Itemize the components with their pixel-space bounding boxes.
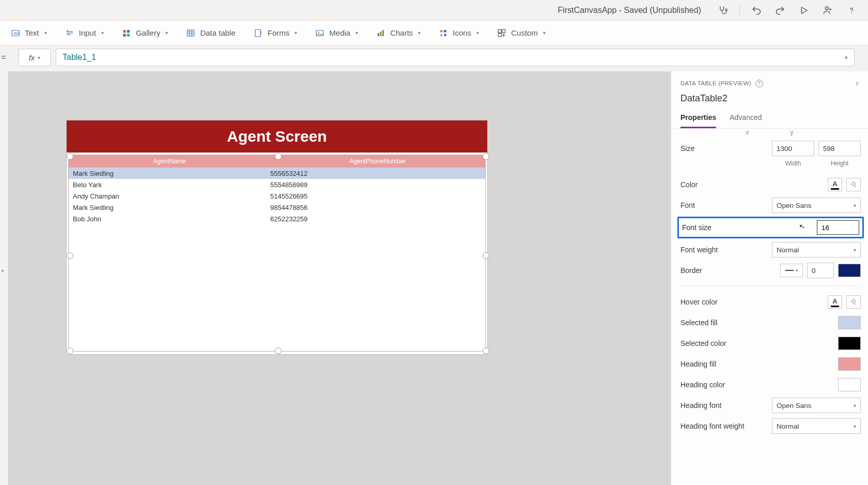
ribbon-forms[interactable]: Forms▾ (253, 28, 298, 38)
cell-name: Mark Siedling (69, 202, 270, 213)
svg-rect-22 (378, 33, 379, 36)
resize-handle[interactable] (67, 153, 73, 160)
resize-handle[interactable] (483, 252, 489, 259)
ribbon-gallery[interactable]: Gallery▾ (121, 28, 168, 38)
svg-rect-10 (123, 30, 126, 33)
chevron-down-icon: ▾ (854, 203, 856, 208)
insert-ribbon: Abc Text▾ Input▾ Gallery▾ Data table For… (0, 21, 868, 46)
prop-heading-fill: Heading fill (680, 354, 861, 374)
ribbon-charts[interactable]: Charts▾ (376, 28, 421, 38)
table-row[interactable]: Beto Yark 5554856989 (69, 179, 485, 190)
chevron-down-icon: ▾ (418, 30, 421, 36)
stethoscope-icon[interactable] (716, 3, 730, 18)
border-label: Border (680, 266, 780, 275)
ribbon-icons-label: Icons (453, 28, 471, 37)
heading-font-select[interactable]: Open Sans▾ (772, 398, 861, 413)
properties-body: xy Size Width Height Color A (671, 129, 868, 485)
resize-handle[interactable] (67, 252, 73, 259)
media-icon (315, 28, 325, 38)
table-row[interactable]: Mark Siedling 5556532412 (69, 168, 485, 179)
fontweight-select[interactable]: Normal▾ (772, 242, 861, 257)
undo-icon[interactable] (749, 3, 764, 18)
prop-heading-color: Heading color (680, 374, 861, 395)
ribbon-gallery-label: Gallery (136, 28, 161, 37)
fill-color-button[interactable] (846, 178, 861, 191)
border-width-input[interactable] (807, 263, 834, 278)
heading-color-swatch[interactable] (838, 378, 861, 391)
font-select[interactable]: Open Sans▾ (772, 198, 861, 213)
fontsize-label: Font size (682, 223, 817, 232)
border-color-swatch[interactable] (838, 264, 861, 277)
tab-advanced[interactable]: Advanced (730, 113, 762, 128)
ghost-x-label: x (746, 129, 749, 136)
prop-font-size-highlighted: Font size ↖ (677, 217, 864, 238)
fontweight-value: Normal (777, 246, 799, 254)
cell-name: Bob John (69, 213, 270, 224)
tab-properties[interactable]: Properties (680, 113, 716, 128)
prop-size: Size (680, 138, 861, 159)
formula-input[interactable]: Table1_1 ▾ (56, 49, 855, 66)
hover-fill-color-button[interactable] (846, 295, 861, 309)
svg-point-21 (318, 32, 319, 33)
datatable-control[interactable]: AgentName AgentPhoneNumber Mark Siedling… (68, 155, 486, 352)
ribbon-datatable[interactable]: Data table (185, 28, 235, 38)
help-circle-icon[interactable]: ? (755, 80, 763, 87)
left-rail-collapsed[interactable] (0, 71, 8, 485)
resize-handle[interactable] (275, 347, 282, 354)
screen-header: Agent Screen (67, 120, 487, 153)
svg-rect-30 (498, 33, 501, 36)
help-icon[interactable] (844, 3, 859, 18)
chevron-down-icon: ▾ (355, 30, 358, 36)
heading-fill-swatch[interactable] (838, 357, 861, 371)
border-style-select[interactable]: ▾ (780, 264, 803, 277)
ribbon-custom[interactable]: Custom▾ (497, 28, 546, 38)
table-row[interactable]: Mark Siedling 9854478856 (69, 202, 485, 213)
prop-selected-fill: Selected fill (680, 312, 861, 333)
col-header-agentphone[interactable]: AgentPhoneNumber (270, 155, 485, 168)
table-row[interactable]: Andy Champan 5145526695 (69, 190, 485, 202)
selected-color-swatch[interactable] (838, 337, 861, 350)
headfw-label: Heading font weight (680, 422, 772, 430)
ribbon-charts-label: Charts (390, 28, 413, 37)
svg-rect-23 (380, 32, 382, 36)
font-color-button[interactable]: A (828, 178, 842, 191)
play-icon[interactable] (797, 3, 811, 18)
size-sublabels: Width Height (680, 160, 861, 167)
equals-label: = (0, 53, 6, 62)
resize-handle[interactable] (483, 153, 489, 160)
ribbon-forms-label: Forms (268, 28, 290, 37)
svg-text:Abc: Abc (13, 31, 20, 36)
properties-panel: DATA TABLE (PREVIEW) ? › DataTable2 Prop… (671, 71, 868, 485)
chevron-down-icon: ▾ (543, 30, 546, 36)
width-input[interactable] (772, 141, 814, 156)
resize-handle[interactable] (483, 347, 489, 354)
icons-icon (438, 28, 448, 38)
col-header-agentname[interactable]: AgentName (69, 155, 270, 168)
canvas[interactable]: Agent Screen AgentName AgentPhoneNumber … (8, 71, 671, 485)
height-input[interactable] (818, 141, 861, 156)
person-icon[interactable] (820, 3, 835, 18)
ghost-y-label: y (791, 129, 794, 136)
resize-handle[interactable] (67, 347, 73, 354)
forms-icon (253, 28, 264, 38)
ribbon-input[interactable]: Input▾ (65, 28, 104, 38)
properties-header: DATA TABLE (PREVIEW) ? › DataTable2 (671, 71, 868, 107)
headfw-value: Normal (777, 422, 799, 430)
hover-font-color-button[interactable]: A (828, 295, 842, 309)
heading-fontweight-select[interactable]: Normal▾ (772, 418, 861, 434)
chevron-right-icon[interactable]: › (856, 79, 859, 88)
resize-handle[interactable] (275, 153, 282, 160)
ribbon-media[interactable]: Media▾ (315, 28, 358, 38)
fontsize-input[interactable] (817, 220, 859, 235)
ribbon-icons[interactable]: Icons▾ (438, 28, 479, 38)
fx-button[interactable]: fx▾ (19, 49, 51, 66)
custom-icon (497, 28, 507, 38)
ribbon-text[interactable]: Abc Text▾ (10, 28, 47, 38)
ribbon-datatable-label: Data table (200, 28, 235, 37)
chevron-down-icon: ▾ (44, 30, 47, 36)
svg-rect-28 (498, 29, 501, 33)
table-row[interactable]: Bob John 6252232259 (69, 213, 485, 224)
separator (680, 286, 861, 286)
selected-fill-swatch[interactable] (838, 316, 861, 329)
redo-icon[interactable] (773, 3, 787, 18)
